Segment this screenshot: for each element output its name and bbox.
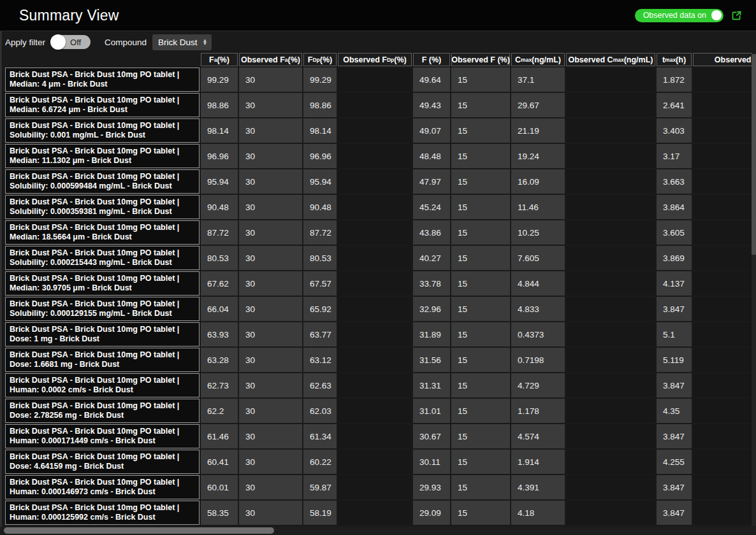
data-cell	[338, 220, 412, 245]
column-header: Cmax (ng/mL)	[511, 53, 565, 66]
data-cell: 1.178	[511, 399, 565, 423]
data-cell: 99.29	[303, 68, 337, 92]
data-cell: 67.57	[303, 271, 337, 296]
data-cell: 15	[451, 399, 510, 423]
data-cell	[338, 246, 412, 270]
data-cell	[338, 144, 412, 168]
data-cell: 30	[239, 93, 302, 117]
data-cell: 63.93	[201, 322, 238, 346]
data-cell: 95.94	[303, 169, 337, 194]
data-cell	[693, 373, 752, 397]
row-label-cell[interactable]: Brick Dust PSA - Brick Dust 10mg PO tabl…	[5, 169, 200, 194]
compound-select[interactable]: Brick Dust ▲▼	[152, 34, 211, 50]
row-label-cell[interactable]: Brick Dust PSA - Brick Dust 10mg PO tabl…	[5, 297, 200, 321]
data-cell: 66.04	[201, 297, 238, 321]
row-label-cell[interactable]: Brick Dust PSA - Brick Dust 10mg PO tabl…	[5, 68, 200, 92]
horizontal-scrollbar-thumb[interactable]	[4, 527, 274, 534]
data-cell: 30.11	[413, 450, 450, 474]
data-cell: 47.97	[413, 169, 450, 194]
data-cell: 98.86	[201, 93, 238, 117]
data-cell: 15	[451, 68, 510, 92]
data-cell: 30	[239, 348, 302, 372]
data-cell	[693, 475, 752, 499]
data-cell	[693, 93, 752, 117]
apply-filter-toggle[interactable]: Off	[51, 35, 91, 49]
row-label-cell[interactable]: Brick Dust PSA - Brick Dust 10mg PO tabl…	[5, 93, 200, 117]
data-cell: 98.14	[303, 118, 337, 143]
data-cell	[566, 501, 655, 525]
data-cell: 5.119	[657, 348, 692, 372]
data-cell: 15	[451, 169, 510, 194]
data-cell: 87.72	[201, 220, 238, 245]
row-label-cell[interactable]: Brick Dust PSA - Brick Dust 10mg PO tabl…	[5, 118, 200, 143]
data-cell: 30	[239, 144, 302, 168]
data-cell: 7.605	[511, 246, 565, 270]
data-cell: 4.18	[511, 501, 565, 525]
data-cell: 31.01	[413, 399, 450, 423]
data-cell: 96.96	[201, 144, 238, 168]
row-label-cell[interactable]: Brick Dust PSA - Brick Dust 10mg PO tabl…	[5, 144, 200, 168]
row-label-cell[interactable]: Brick Dust PSA - Brick Dust 10mg PO tabl…	[5, 271, 200, 296]
data-cell: 60.22	[303, 450, 337, 474]
row-label-cell[interactable]: Brick Dust PSA - Brick Dust 10mg PO tabl…	[5, 501, 200, 525]
title-bar: Summary View Observed data on	[0, 0, 756, 31]
panel-left-border	[1, 31, 1, 534]
row-label-cell[interactable]: Brick Dust PSA - Brick Dust 10mg PO tabl…	[5, 424, 200, 448]
data-cell: 30	[239, 424, 302, 448]
data-cell: 4.391	[511, 475, 565, 499]
data-cell: 4.35	[657, 399, 692, 423]
data-cell: 30	[239, 297, 302, 321]
vertical-scrollbar-thumb[interactable]	[752, 54, 756, 255]
data-cell	[338, 501, 412, 525]
data-cell: 11.46	[511, 195, 565, 219]
horizontal-scrollbar[interactable]	[0, 527, 756, 534]
column-header: Observed F (%)	[451, 53, 510, 66]
data-cell	[566, 169, 655, 194]
data-cell: 49.07	[413, 118, 450, 143]
open-in-new-icon[interactable]	[731, 10, 742, 21]
vertical-scrollbar[interactable]	[752, 54, 756, 526]
data-cell: 15	[451, 373, 510, 397]
data-cell	[566, 373, 655, 397]
data-cell: 59.87	[303, 475, 337, 499]
data-cell: 15	[451, 220, 510, 245]
apply-filter-label: Apply filter	[5, 38, 45, 47]
data-cell: 98.86	[303, 93, 337, 117]
data-cell	[338, 475, 412, 499]
row-label-cell[interactable]: Brick Dust PSA - Brick Dust 10mg PO tabl…	[5, 348, 200, 372]
data-cell	[566, 195, 655, 219]
row-label-cell[interactable]: Brick Dust PSA - Brick Dust 10mg PO tabl…	[5, 450, 200, 474]
data-cell: 15	[451, 348, 510, 372]
row-label-cell[interactable]: Brick Dust PSA - Brick Dust 10mg PO tabl…	[5, 322, 200, 346]
summary-table-grid: Fa (%)Observed Fa (%)FDp (%)Observed FDp…	[5, 53, 752, 525]
row-label-cell[interactable]: Brick Dust PSA - Brick Dust 10mg PO tabl…	[5, 475, 200, 499]
data-cell: 62.2	[201, 399, 238, 423]
data-cell: 15	[451, 424, 510, 448]
data-cell: 4.833	[511, 297, 565, 321]
data-cell	[693, 501, 752, 525]
data-cell: 4.574	[511, 424, 565, 448]
data-cell	[566, 399, 655, 423]
observed-data-toggle[interactable]: Observed data on	[635, 9, 723, 22]
observed-data-toggle-label: Observed data on	[643, 11, 706, 20]
data-cell: 49.64	[413, 68, 450, 92]
data-cell	[566, 348, 655, 372]
data-cell: 10.25	[511, 220, 565, 245]
column-header: Fa (%)	[201, 53, 238, 66]
row-label-cell[interactable]: Brick Dust PSA - Brick Dust 10mg PO tabl…	[5, 195, 200, 219]
data-cell: 67.62	[201, 271, 238, 296]
row-label-cell[interactable]: Brick Dust PSA - Brick Dust 10mg PO tabl…	[5, 246, 200, 270]
row-label-cell[interactable]: Brick Dust PSA - Brick Dust 10mg PO tabl…	[5, 220, 200, 245]
data-cell: 15	[451, 297, 510, 321]
data-cell	[693, 246, 752, 270]
data-cell: 80.53	[303, 246, 337, 270]
row-label-cell[interactable]: Brick Dust PSA - Brick Dust 10mg PO tabl…	[5, 373, 200, 397]
data-cell: 37.1	[511, 68, 565, 92]
data-cell	[338, 68, 412, 92]
page-title: Summary View	[19, 7, 119, 24]
row-label-cell[interactable]: Brick Dust PSA - Brick Dust 10mg PO tabl…	[5, 399, 200, 423]
apply-filter-state: Off	[70, 38, 81, 47]
data-cell: 4.255	[657, 450, 692, 474]
data-cell: 15	[451, 475, 510, 499]
data-cell: 4.137	[657, 271, 692, 296]
